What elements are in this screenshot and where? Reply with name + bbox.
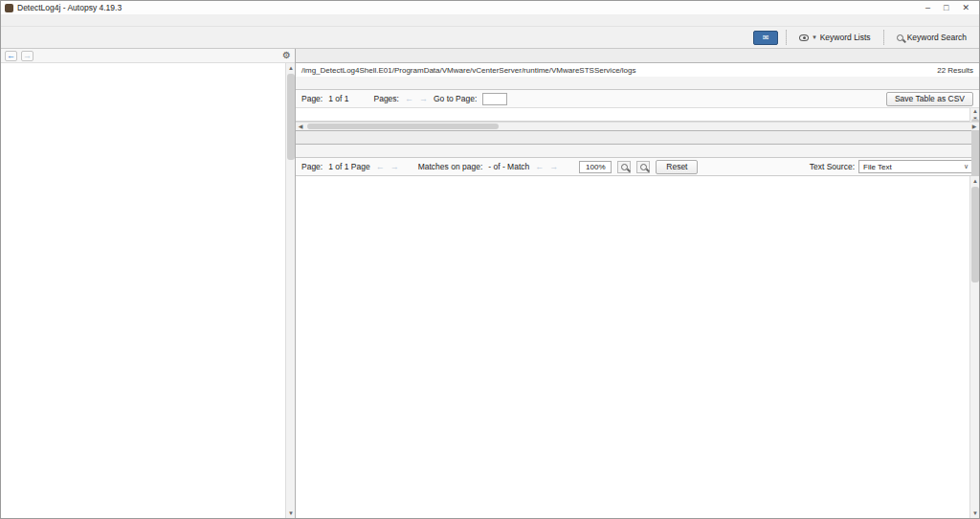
scroll-down-icon[interactable]: ▼	[286, 508, 295, 518]
file-table: ▲ ▼	[296, 108, 979, 122]
zoom-in-button[interactable]	[636, 161, 650, 173]
page-value: 1 of 1	[328, 94, 348, 103]
text-source-value: File Text	[863, 163, 892, 171]
goto-page-label: Go to Page:	[434, 94, 477, 103]
inbox-messages-button[interactable]: ✉	[753, 31, 778, 45]
text-scrollbar[interactable]: ▲▼	[969, 176, 979, 518]
back-button[interactable]: ←	[5, 51, 17, 61]
page-label: Page:	[301, 94, 323, 103]
gear-icon[interactable]: ⚙	[282, 51, 291, 60]
tree-nav-bar: ← → ⚙	[1, 49, 295, 63]
text-source-select[interactable]: File Text ∨	[858, 160, 973, 173]
keyword-search-label: Keyword Search	[907, 33, 967, 42]
keyword-lists-label: Keyword Lists	[820, 33, 871, 42]
keyword-lists-button[interactable]: ▾ Keyword Lists	[794, 31, 875, 44]
matches-value: - of - Match	[488, 162, 529, 171]
text-subtabs	[296, 145, 979, 158]
text-source-label: Text Source:	[810, 162, 855, 171]
maximize-button[interactable]: □	[944, 3, 948, 12]
zoom-out-button[interactable]	[617, 161, 631, 173]
eye-icon	[799, 34, 809, 41]
tree-scrollbar[interactable]: ▲ ▼	[285, 63, 295, 518]
chevron-down-icon: ∨	[964, 163, 969, 170]
directory-tree	[1, 63, 285, 518]
text-page-label: Page:	[301, 162, 323, 171]
save-table-csv-button[interactable]: Save Table as CSV	[886, 92, 973, 106]
app-icon	[5, 4, 13, 12]
search-icon	[897, 34, 903, 41]
goto-page-input[interactable]	[482, 93, 507, 105]
indexed-text-content[interactable]	[300, 178, 969, 516]
content-viewer-tabs	[296, 130, 979, 145]
zoom-in-icon	[640, 164, 647, 170]
main-toolbar: ✉ ▾ Keyword Lists Keyword Search	[1, 27, 979, 49]
chevron-down-icon: ▾	[813, 34, 816, 41]
scroll-up-icon[interactable]: ▲	[286, 63, 295, 73]
prev-page-button[interactable]: ←	[405, 94, 413, 103]
next-page-button[interactable]: →	[419, 94, 428, 103]
results-count: 22 Results	[937, 66, 973, 75]
pages-label: Pages:	[374, 94, 399, 103]
title-bar: DetectLog4j - Autopsy 4.19.3 – □ ✕	[1, 1, 979, 14]
directory-tree-panel: ← → ⚙ ▲ ▼	[1, 49, 296, 518]
table-paging-bar: Page: 1 of 1 Pages: ← → Go to Page: Save…	[296, 90, 979, 108]
prev-match-button[interactable]: ←	[535, 162, 544, 171]
table-hscrollbar[interactable]: ◀▶	[296, 122, 979, 130]
reset-button[interactable]: Reset	[656, 160, 698, 174]
matches-label: Matches on page:	[418, 162, 483, 171]
indexed-text-view: ▲▼	[296, 176, 979, 518]
zoom-level: 100%	[579, 161, 612, 173]
menu-bar	[1, 14, 979, 27]
text-next-page-button[interactable]: →	[390, 162, 399, 171]
table-scrollbar[interactable]: ▲ ▼	[969, 108, 979, 122]
keyword-search-button[interactable]: Keyword Search	[892, 31, 971, 44]
text-page-value: 1 of 1 Page	[328, 162, 369, 171]
zoom-out-icon	[621, 164, 628, 170]
envelope-icon: ✉	[763, 34, 769, 42]
view-tabs	[296, 77, 979, 90]
text-toolbar: Page: 1 of 1 Page ← → Matches on page: -…	[296, 158, 979, 176]
next-match-button[interactable]: →	[549, 162, 558, 171]
breadcrumb: /img_DetectLog4Shell.E01/ProgramData/VMw…	[301, 66, 635, 75]
result-panel: /img_DetectLog4Shell.E01/ProgramData/VMw…	[296, 49, 979, 518]
autopsy-window: DetectLog4j - Autopsy 4.19.3 – □ ✕ ✉ ▾ K…	[0, 0, 980, 519]
close-button[interactable]: ✕	[962, 3, 969, 12]
window-title: DetectLog4j - Autopsy 4.19.3	[17, 3, 925, 12]
document-tabs	[296, 49, 979, 63]
text-prev-page-button[interactable]: ←	[376, 162, 385, 171]
forward-button[interactable]: →	[21, 51, 33, 61]
minimize-button[interactable]: –	[925, 3, 930, 12]
